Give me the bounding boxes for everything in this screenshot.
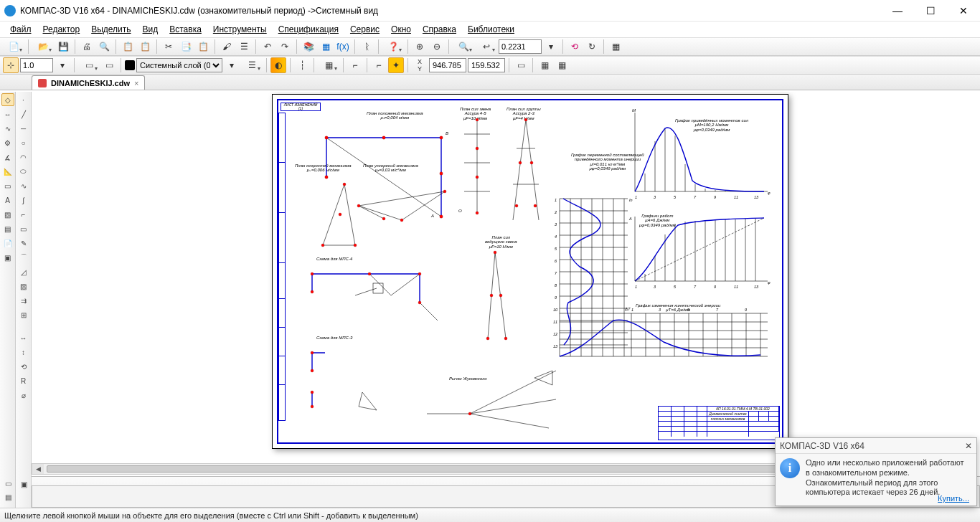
rail-select[interactable]: ▭ [1, 179, 14, 192]
menu-spec[interactable]: Спецификация [274, 23, 343, 36]
menu-file[interactable]: Файл [6, 23, 36, 36]
menu-help[interactable]: Справка [418, 23, 461, 36]
rail-hatch[interactable]: ▨ [1, 208, 14, 221]
rail-spec[interactable]: ▤ [1, 222, 14, 235]
notif-close[interactable]: ✕ [965, 441, 972, 451]
tool-circle[interactable]: ○ [17, 136, 30, 149]
save-button[interactable]: 💾 [55, 39, 71, 54]
grid-toggle-button[interactable]: ▦ [608, 39, 623, 54]
menu-service[interactable]: Сервис [346, 23, 384, 36]
tool-dim3[interactable]: ⟲ [17, 360, 30, 373]
style-button[interactable]: 🖌 [219, 39, 235, 54]
tool-offset[interactable]: ⇉ [17, 294, 30, 307]
ortho-button[interactable]: ◐ [270, 57, 286, 73]
tool-point[interactable]: · [17, 93, 30, 106]
variables-button[interactable]: f(x) [335, 39, 351, 54]
round-button[interactable]: ⌐ [371, 57, 387, 73]
maximize-button[interactable]: ☐ [914, 0, 947, 22]
panel-tab3[interactable]: ▣ [17, 478, 30, 490]
preview-button[interactable]: 🔍 [96, 39, 112, 54]
tool-spline[interactable]: ∿ [17, 179, 30, 192]
rail-geometry[interactable]: ◇ [1, 93, 14, 106]
tool-dim2[interactable]: ↕ [17, 346, 30, 359]
print-button[interactable]: 🖨 [79, 39, 95, 54]
menu-insert[interactable]: Вставка [165, 23, 206, 36]
d3-button[interactable]: ▦ [554, 57, 570, 73]
tool-dim1[interactable]: ↔ [17, 331, 30, 344]
param-button[interactable]: ✦ [388, 57, 404, 73]
r-button[interactable]: ᚱ [359, 39, 374, 54]
library-mgr-button[interactable]: 📚 [301, 39, 316, 54]
canvas[interactable]: ЛИСТ ИЗМЕНЕНИЙ (1) План положений механи… [32, 92, 980, 463]
zoom-dd-button[interactable]: ▾ [543, 39, 559, 54]
tool-fillet[interactable]: ⌒ [17, 251, 30, 264]
tool-collect[interactable]: ⊞ [17, 308, 30, 321]
step-dd[interactable]: ▾ [55, 57, 70, 73]
dim-button[interactable]: ┆ [294, 57, 310, 73]
rail-insert[interactable]: ▣ [1, 251, 14, 264]
menu-edit[interactable]: Редактор [39, 23, 85, 36]
menu-view[interactable]: Вид [138, 23, 163, 36]
properties-button[interactable]: ☰ [236, 39, 252, 54]
menu-tools[interactable]: Инструменты [209, 23, 271, 36]
menu-window[interactable]: Окно [387, 23, 415, 36]
tool-dim5[interactable]: ⌀ [17, 389, 30, 402]
zoom-out-button[interactable]: ⊖ [429, 39, 445, 54]
scroll-left-arrow[interactable]: ◀ [32, 464, 44, 474]
tool-hatchfill[interactable]: ▨ [17, 280, 30, 293]
rail-report[interactable]: 📄 [1, 237, 14, 250]
tool-arc[interactable]: ◠ [17, 151, 30, 163]
buy-link[interactable]: Купить... [938, 494, 969, 503]
zoom-window-button[interactable]: 🔍 [453, 39, 474, 54]
redraw-button[interactable]: ↻ [584, 39, 600, 54]
spec2-button[interactable]: 📋 [137, 39, 153, 54]
paste-button[interactable]: 📋 [195, 39, 211, 54]
rail-text[interactable]: A [1, 194, 14, 207]
spec-button[interactable]: 📋 [120, 39, 136, 54]
orient-button[interactable]: ⟲ [567, 39, 583, 54]
tool-dim4[interactable]: R [17, 374, 30, 387]
undo-button[interactable]: ↶ [260, 39, 275, 54]
new-button[interactable]: 📄 [3, 39, 24, 54]
menu-libs[interactable]: Библиотеки [463, 23, 519, 36]
tool-chamfer[interactable]: ◿ [17, 265, 30, 278]
panel-tab1[interactable]: ▭ [1, 478, 14, 490]
hatch-button[interactable]: ▦ [318, 57, 339, 73]
lcs-button[interactable]: ⌐ [347, 57, 363, 73]
tool-rect[interactable]: ▭ [17, 222, 30, 235]
zoom-input[interactable] [499, 39, 542, 54]
tool-auto[interactable]: ✎ [17, 237, 30, 250]
d1-button[interactable]: ▭ [513, 57, 529, 73]
panel-tab2[interactable]: ▤ [1, 491, 14, 503]
tool-ellipse[interactable]: ⬭ [17, 165, 30, 178]
copy-button[interactable]: 📑 [178, 39, 194, 54]
layer-select[interactable]: Системный слой (0) [136, 58, 222, 72]
rail-edit[interactable]: ⚙ [1, 136, 14, 149]
tool-bezier[interactable]: ∫ [17, 194, 30, 207]
rail-measure[interactable]: 📐 [1, 165, 14, 178]
doctab-close[interactable]: × [134, 79, 138, 87]
zoom-prev-button[interactable]: ↩ [476, 39, 497, 54]
rail-param[interactable]: ∡ [1, 151, 14, 163]
redo-button[interactable]: ↷ [277, 39, 293, 54]
tool-segment[interactable]: ─ [17, 122, 30, 135]
open-button[interactable]: 📂 [32, 39, 54, 54]
tool-polyline[interactable]: ⌐ [17, 208, 30, 221]
rail-dim[interactable]: ↔ [1, 108, 14, 120]
layer-dd[interactable]: ▾ [224, 57, 240, 73]
step-input[interactable] [20, 58, 53, 72]
zoom-in-button[interactable]: ⊕ [412, 39, 428, 54]
library-button[interactable]: ▦ [318, 39, 334, 54]
d2-button[interactable]: ▦ [537, 57, 552, 73]
layer-mgr-button[interactable]: ☰ [241, 57, 263, 73]
minimize-button[interactable]: — [881, 0, 914, 22]
help-cursor-button[interactable]: ❓ [382, 39, 404, 54]
doctab-active[interactable]: DINAMIChESKIJ.cdw × [32, 75, 145, 90]
snap-button[interactable]: ⊹ [3, 57, 19, 73]
views2-button[interactable]: ▭ [101, 57, 117, 73]
tool-aux-line[interactable]: ╱ [17, 108, 30, 120]
views-button[interactable]: ▭ [78, 57, 100, 73]
cut-button[interactable]: ✂ [161, 39, 176, 54]
rail-notation[interactable]: ∿ [1, 122, 14, 135]
close-button[interactable]: ✕ [947, 0, 980, 22]
